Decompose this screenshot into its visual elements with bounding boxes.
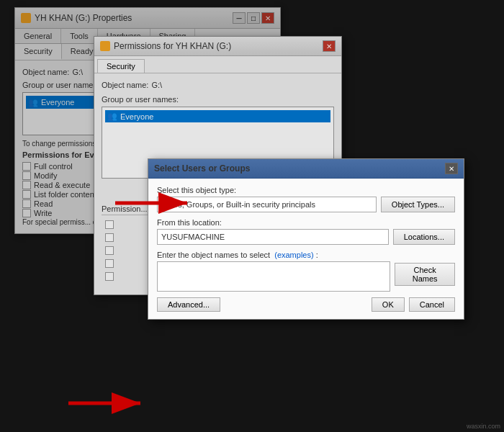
ok-button[interactable]: OK (372, 297, 405, 312)
colon: : (316, 251, 318, 259)
enter-names-input-row: Check Names (157, 261, 455, 292)
examples-link[interactable]: (examples) (274, 251, 313, 259)
names-input[interactable] (157, 261, 390, 292)
location-label: From this location: (157, 218, 455, 227)
select-users-dialog: Select Users or Groups ✕ Select this obj… (148, 158, 464, 320)
enter-names-text: Enter the object names to select (157, 251, 270, 259)
select-title-left: Select Users or Groups (154, 163, 250, 174)
ok-cancel-group: OK Cancel (372, 297, 455, 312)
check-names-button[interactable]: Check Names (395, 263, 455, 286)
locations-button[interactable]: Locations... (393, 229, 455, 245)
select-close-button[interactable]: ✕ (445, 163, 458, 174)
enter-names-row: Enter the object names to select (exampl… (157, 251, 455, 292)
enter-names-label: Enter the object names to select (exampl… (157, 251, 455, 259)
obj-type-input-row: Users, Groups, or Built-in security prin… (157, 197, 455, 212)
select-content: Select this object type: Users, Groups, … (148, 179, 464, 319)
select-bottom-row: Advanced... OK Cancel (157, 297, 455, 312)
select-dialog-title-text: Select Users or Groups (154, 163, 250, 174)
obj-type-display: Users, Groups, or Built-in security prin… (157, 197, 377, 212)
location-input-row: YUSUFMACHINE Locations... (157, 229, 455, 245)
location-row: From this location: YUSUFMACHINE Locatio… (157, 218, 455, 245)
select-title-controls: ✕ (445, 163, 458, 174)
location-display: YUSUFMACHINE (157, 229, 389, 245)
obj-type-label: Select this object type: (157, 186, 455, 194)
select-dialog-title-bar: Select Users or Groups ✕ (148, 159, 464, 179)
obj-type-row: Select this object type: Users, Groups, … (157, 186, 455, 212)
advanced-button[interactable]: Advanced... (157, 297, 220, 312)
object-types-button[interactable]: Object Types... (381, 197, 455, 212)
cancel-button[interactable]: Cancel (409, 297, 455, 312)
